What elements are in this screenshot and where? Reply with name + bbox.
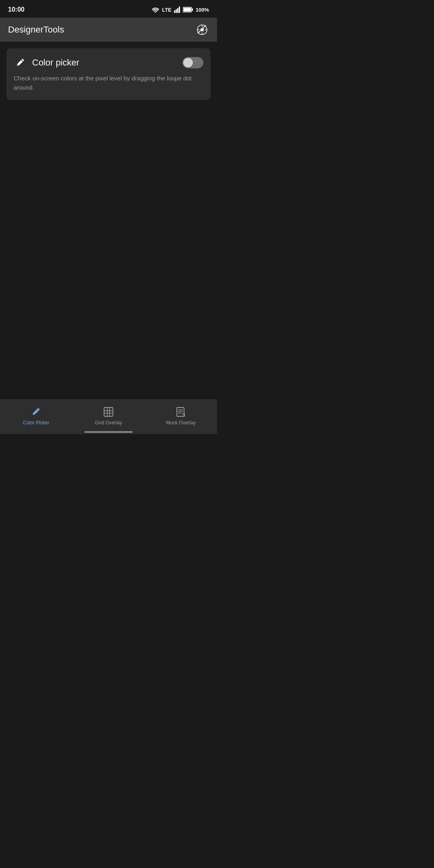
home-bar — [84, 431, 133, 433]
feature-title: Color picker — [32, 57, 79, 68]
svg-rect-16 — [104, 407, 113, 416]
svg-rect-1 — [176, 9, 177, 13]
nav-grid-overlay-icon — [103, 406, 114, 418]
svg-rect-0 — [174, 10, 175, 13]
svg-rect-3 — [179, 6, 180, 13]
svg-rect-21 — [177, 407, 184, 416]
network-type: LTE — [162, 7, 172, 13]
nav-grid-overlay-label: Grid Overlay — [95, 420, 122, 426]
bottom-nav: Color Picker Grid Overlay — [0, 399, 217, 432]
main-content: Color picker Check on-screen colors at t… — [0, 42, 217, 399]
color-picker-card: Color picker Check on-screen colors at t… — [6, 48, 211, 100]
card-header: Color picker — [14, 56, 203, 69]
settings-icon[interactable] — [195, 23, 209, 37]
nav-item-grid-overlay[interactable]: Grid Overlay — [72, 402, 145, 426]
battery-icon — [183, 7, 193, 12]
battery-percent: 100% — [196, 7, 209, 13]
svg-rect-2 — [177, 8, 178, 13]
wifi-icon — [151, 7, 160, 13]
card-title-row: Color picker — [14, 56, 79, 69]
status-time: 10:00 — [8, 6, 25, 13]
color-picker-toggle[interactable] — [182, 57, 203, 68]
app-bar: DesignerTools — [0, 18, 217, 42]
toggle-knob — [183, 58, 193, 68]
feature-description: Check on-screen colors at the pixel leve… — [14, 74, 203, 92]
nav-mock-overlay-icon — [175, 406, 186, 418]
nav-mock-overlay-label: Mock Overlay — [166, 420, 195, 426]
nav-item-mock-overlay[interactable]: Mock Overlay — [145, 402, 217, 426]
nav-color-picker-label: Color Picker — [23, 420, 49, 426]
eyedropper-icon — [14, 56, 27, 69]
svg-rect-6 — [183, 8, 191, 12]
svg-rect-5 — [192, 8, 193, 11]
signal-icon — [174, 6, 180, 13]
nav-item-color-picker[interactable]: Color Picker — [0, 402, 72, 426]
status-bar: 10:00 LTE 100% — [0, 0, 217, 18]
nav-color-picker-icon — [31, 406, 42, 418]
status-icons: LTE 100% — [151, 6, 209, 13]
app-title: DesignerTools — [8, 25, 64, 35]
home-indicator — [0, 432, 217, 434]
